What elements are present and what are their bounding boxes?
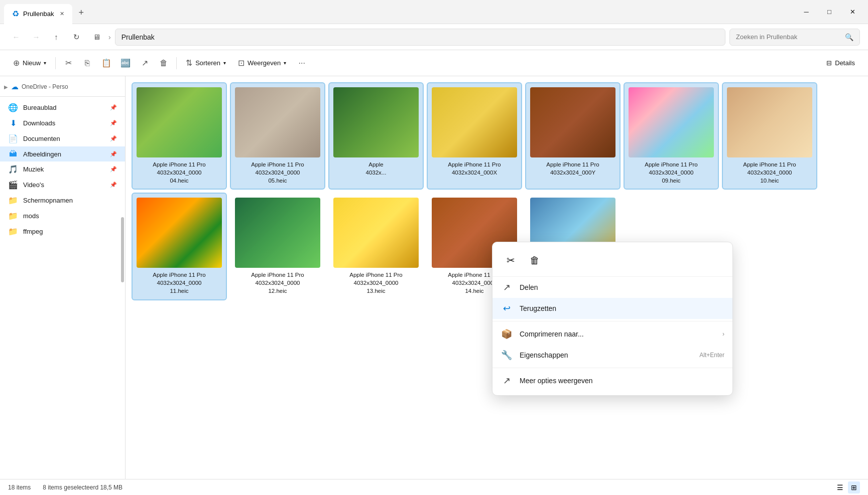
- cm-delete-button[interactable]: 🗑: [525, 250, 545, 270]
- file-area: Apple iPhone 11 Pro4032x3024_000004.heic…: [126, 76, 868, 479]
- cm-divider-1: [492, 321, 732, 321]
- videos-label: Video's: [23, 181, 105, 189]
- cm-share-icon: ↗: [501, 282, 513, 293]
- file-item-8[interactable]: Apple iPhone 11 Pro4032x3024_000011.heic: [132, 193, 227, 300]
- sidebar-scrollbar[interactable]: [121, 217, 124, 282]
- muziek-pin: 📌: [110, 166, 117, 173]
- close-button[interactable]: ✕: [841, 4, 864, 20]
- main-area: ▶ ☁ OneDrive - Perso 🌐 Bureaublad 📌 ⬇ Do…: [0, 76, 868, 479]
- documenten-icon: 📄: [8, 134, 18, 143]
- breadcrumb-current: Prullenbak: [121, 33, 155, 41]
- file-item-2[interactable]: Apple iPhone 11 Pro4032x3024_000005.heic: [230, 82, 325, 190]
- minimize-button[interactable]: ─: [795, 4, 818, 20]
- active-tab[interactable]: ♻ Prullenbak ✕: [4, 4, 72, 24]
- cm-item-meer-opties[interactable]: ↗ Meer opties weergeven: [492, 370, 732, 391]
- file-thumb-9: [235, 198, 320, 268]
- new-button[interactable]: ⊕ Nieuw ▾: [8, 55, 51, 71]
- view-icon: ⊡: [238, 58, 244, 68]
- tab-close-button[interactable]: ✕: [60, 11, 64, 17]
- cm-properties-icon: 🔧: [501, 350, 513, 361]
- list-view-button[interactable]: ☰: [834, 481, 846, 493]
- file-item-6[interactable]: Apple iPhone 11 Pro4032x3024_000009.heic: [624, 82, 719, 190]
- rename-button[interactable]: 🔤: [117, 55, 134, 72]
- file-item-9[interactable]: Apple iPhone 11 Pro4032x3024_000012.heic: [230, 193, 325, 300]
- details-button[interactable]: ⊟ Details: [821, 56, 860, 70]
- file-item-7[interactable]: Apple iPhone 11 Pro4032x3024_000010.heic: [722, 82, 817, 190]
- expand-icon: ▶: [4, 84, 8, 90]
- sidebar-item-downloads[interactable]: ⬇ Downloads 📌: [0, 115, 125, 131]
- toolbar-right: ⊟ Details: [821, 56, 860, 70]
- file-label-8: Apple iPhone 11 Pro4032x3024_000011.heic: [153, 271, 206, 295]
- sidebar-item-muziek[interactable]: 🎵 Muziek 📌: [0, 161, 125, 177]
- cm-properties-shortcut: Alt+Enter: [699, 352, 724, 359]
- sort-label: Sorteren: [195, 59, 220, 67]
- maximize-button[interactable]: □: [818, 4, 841, 20]
- file-label-9: Apple iPhone 11 Pro4032x3024_000012.heic: [251, 271, 304, 295]
- new-chevron: ▾: [44, 60, 46, 66]
- file-label-6: Apple iPhone 11 Pro4032x3024_000009.heic: [645, 160, 698, 185]
- details-icon: ⊟: [826, 59, 832, 67]
- view-button[interactable]: ⊡ Weergeven ▾: [233, 55, 291, 71]
- cm-cut-icon: ✂: [507, 254, 515, 266]
- file-item-1[interactable]: Apple iPhone 11 Pro4032x3024_000004.heic: [132, 82, 227, 190]
- back-button[interactable]: ←: [8, 29, 24, 45]
- copy-button[interactable]: ⎘: [79, 55, 96, 72]
- cut-button[interactable]: ✂: [60, 55, 77, 72]
- paste-button[interactable]: 📋: [98, 55, 115, 72]
- monitor-button[interactable]: 🖥: [88, 29, 104, 45]
- search-input[interactable]: [736, 33, 841, 41]
- more-button[interactable]: ···: [293, 55, 310, 72]
- file-item-5[interactable]: Apple iPhone 11 Pro4032x3024_000Y: [525, 82, 621, 190]
- refresh-button[interactable]: ↻: [68, 29, 84, 45]
- sidebar-item-schermopnamen[interactable]: 📁 Schermopnamen: [0, 193, 125, 208]
- share-button[interactable]: ↗: [136, 55, 153, 72]
- file-item-3[interactable]: Apple4032x...: [328, 82, 424, 190]
- context-menu-top-icons: ✂ 🗑: [492, 246, 732, 277]
- file-item-4[interactable]: Apple iPhone 11 Pro4032x3024_000X: [427, 82, 522, 190]
- afbeeldingen-pin: 📌: [110, 151, 117, 157]
- sort-button[interactable]: ⇅ Sorteren ▾: [181, 55, 231, 71]
- cm-item-delen[interactable]: ↗ Delen: [492, 277, 732, 298]
- file-thumb-10: [333, 198, 419, 268]
- new-label: Nieuw: [23, 59, 41, 67]
- breadcrumb[interactable]: Prullenbak: [115, 29, 725, 46]
- documenten-label: Documenten: [23, 135, 105, 142]
- cm-item-terugzetten[interactable]: ↩ Terugzetten: [492, 298, 732, 319]
- delete-button[interactable]: 🗑: [155, 55, 172, 72]
- up-button[interactable]: ↑: [48, 29, 64, 45]
- cm-share-label: Delen: [520, 283, 538, 291]
- navbar: ← → ↑ ↻ 🖥 › Prullenbak 🔍: [0, 24, 868, 50]
- sidebar-item-afbeeldingen[interactable]: 🏔 Afbeeldingen 📌: [0, 146, 125, 161]
- sidebar-item-bureaulad[interactable]: 🌐 Bureaublad 📌: [0, 100, 125, 115]
- cm-more-icon: ↗: [501, 375, 513, 386]
- cm-cut-button[interactable]: ✂: [501, 250, 521, 270]
- mods-label: mods: [23, 212, 117, 220]
- new-tab-button[interactable]: +: [72, 8, 90, 18]
- cm-item-eigenschappen[interactable]: 🔧 Eigenschappen Alt+Enter: [492, 345, 732, 366]
- sidebar-item-documenten[interactable]: 📄 Documenten 📌: [0, 131, 125, 146]
- view-chevron: ▾: [284, 60, 286, 66]
- documenten-pin: 📌: [110, 135, 117, 142]
- new-icon: ⊕: [13, 58, 20, 68]
- context-menu: ✂ 🗑 ↗ Delen ↩ Terugzetten 📦 Comprimeren …: [492, 242, 733, 396]
- sidebar-item-videos[interactable]: 🎬 Video's 📌: [0, 177, 125, 193]
- file-label-10: Apple iPhone 11 Pro4032x3024_000013.heic: [349, 271, 403, 295]
- grid-view-button[interactable]: ⊞: [848, 481, 860, 493]
- file-item-10[interactable]: Apple iPhone 11 Pro4032x3024_000013.heic: [328, 193, 424, 300]
- forward-button[interactable]: →: [28, 29, 44, 45]
- afbeeldingen-icon: 🏔: [8, 149, 18, 158]
- titlebar: ♻ Prullenbak ✕ + ─ □ ✕: [0, 0, 868, 24]
- window-controls: ─ □ ✕: [795, 4, 864, 20]
- onedrive-icon: ☁: [11, 82, 19, 91]
- sidebar-item-ffmpeg[interactable]: 📁 ffmpeg: [0, 224, 125, 239]
- sidebar-item-mods[interactable]: 📁 mods: [0, 208, 125, 224]
- file-thumb-5: [530, 87, 615, 157]
- cm-compress-label: Comprimeren naar...: [520, 330, 584, 338]
- onedrive-group[interactable]: ▶ ☁ OneDrive - Perso: [0, 80, 125, 93]
- cm-restore-label: Terugzetten: [520, 304, 556, 312]
- muziek-icon: 🎵: [8, 164, 18, 174]
- search-box[interactable]: 🔍: [729, 29, 860, 46]
- sort-icon: ⇅: [186, 58, 192, 68]
- cm-item-comprimeren[interactable]: 📦 Comprimeren naar... ›: [492, 323, 732, 345]
- cm-properties-label: Eigenschappen: [520, 351, 568, 359]
